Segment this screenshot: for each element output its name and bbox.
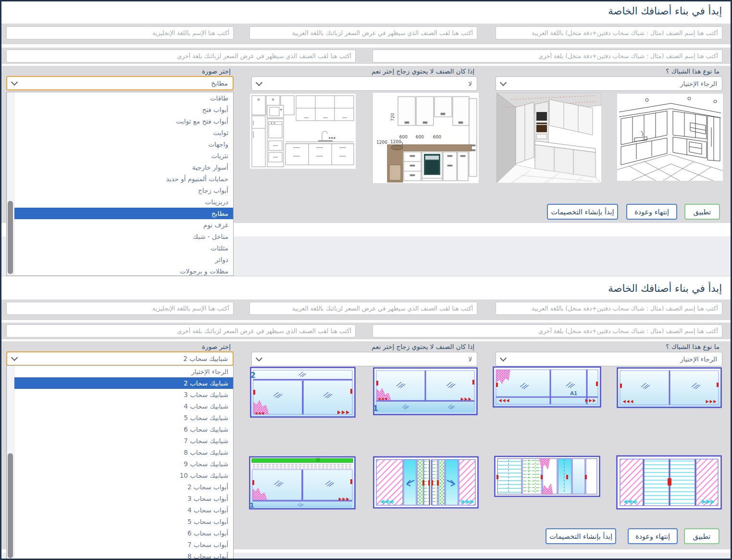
- dropdown-option[interactable]: ثوابت: [7, 127, 233, 138]
- item-name-other-language-input[interactable]: [372, 324, 722, 337]
- dropdown-option[interactable]: أبواب سحاب 4: [7, 504, 233, 516]
- dropdown-option[interactable]: أبواب سحاب 6: [7, 527, 233, 539]
- dropdown-options: الرجاء الإختيار شبابيك سحاب 2 شبابيك سحا…: [7, 366, 233, 560]
- dropdown-option[interactable]: مناخل - شبك: [7, 231, 233, 242]
- kitchen-thumbnail-3[interactable]: [496, 93, 601, 183]
- chevron-down-icon: [11, 354, 18, 361]
- chevron-down-icon: [500, 79, 507, 86]
- dropdown-option-selected[interactable]: شبابيك سحاب 2: [7, 377, 233, 389]
- svg-text:600: 600: [433, 135, 441, 139]
- finish-return-button[interactable]: إنتهاء وعودة: [626, 204, 677, 220]
- choose-image-select[interactable]: مطابخ: [6, 76, 234, 90]
- dropdown-option[interactable]: نثريات: [7, 150, 233, 162]
- dropdown-scrollbar-thumb[interactable]: [8, 201, 13, 274]
- start-customizations-button[interactable]: إبدأ بإنشاء التخصيمات: [547, 204, 618, 220]
- item-nickname-other-language-input[interactable]: [6, 50, 356, 62]
- item-nickname-arabic-input[interactable]: [249, 302, 477, 315]
- dropdown-option[interactable]: شبابيك سحاب 9: [7, 458, 233, 470]
- chevron-down-icon: [256, 355, 262, 361]
- kitchen-thumbnail-4[interactable]: [617, 94, 723, 181]
- window-thumbnail-6[interactable]: [373, 456, 479, 509]
- apply-button[interactable]: تطبيق: [684, 204, 720, 220]
- dropdown-option[interactable]: أبواب فتح: [7, 104, 233, 115]
- dropdown-option[interactable]: حمايات ألمنيوم أو حديد: [7, 173, 233, 185]
- svg-text:1200: 1200: [376, 140, 387, 145]
- dropdown-option[interactable]: مظلات و برجولات: [7, 265, 233, 276]
- svg-text:A2: A2: [250, 371, 256, 380]
- no-glass-label: إذا كان الصنف لا يحتوي زجاج إختر نعم: [372, 343, 474, 350]
- svg-text:600: 600: [399, 135, 408, 139]
- dropdown-option[interactable]: أبواب سحاب 2: [7, 481, 233, 493]
- item-name-english-input[interactable]: [6, 26, 234, 39]
- dropdown-option[interactable]: واجهات: [7, 138, 233, 150]
- window-thumbnail-4[interactable]: [617, 367, 722, 408]
- chevron-down-icon: [11, 79, 18, 86]
- window-type-label: ما نوع هذا الشباك ؟: [666, 67, 720, 75]
- dropdown-option[interactable]: أبواب سحاب 5: [7, 516, 233, 527]
- window-thumbnail-3[interactable]: A1: [493, 366, 601, 408]
- dropdown-option[interactable]: مثلثات: [7, 242, 233, 254]
- chevron-down-icon: [256, 79, 262, 86]
- item-name-arabic-input[interactable]: [496, 302, 722, 315]
- svg-text:A1: A1: [373, 404, 378, 413]
- image-category-dropdown-list: الرجاء الإختيار شبابيك سحاب 2 شبابيك سحا…: [6, 365, 234, 560]
- choose-image-label: إختر صورة: [202, 67, 231, 75]
- svg-text:600: 600: [416, 135, 424, 139]
- dropdown-option[interactable]: طاقات: [7, 92, 233, 104]
- chevron-down-icon: [500, 355, 507, 361]
- window-type-label: ما نوع هذا الشباك ؟: [666, 343, 720, 350]
- window-type-select-value: الرجاء الإختيار: [680, 355, 717, 363]
- svg-text:720: 720: [390, 113, 395, 121]
- window-thumbnail-2[interactable]: A1: [373, 367, 478, 415]
- page-title: إبدأ في بناء أصنافك الخاصة: [608, 5, 722, 17]
- dropdown-option[interactable]: شبابيك سحاب 7: [7, 435, 233, 447]
- custom-items-builder-page: إبدأ في بناء أصنافك الخاصة ما نوع هذا ال…: [0, 0, 732, 560]
- dropdown-option[interactable]: شبابيك سحاب 6: [7, 423, 233, 435]
- item-name-arabic-input[interactable]: [496, 26, 722, 39]
- dropdown-option[interactable]: أبواب زجاج: [7, 185, 233, 196]
- dropdown-option[interactable]: شبابيك سحاب 4: [7, 400, 233, 412]
- page-title: إبدأ في بناء أصنافك الخاصة: [608, 283, 722, 294]
- dropdown-option[interactable]: شبابيك سحاب 3: [7, 389, 233, 400]
- no-glass-label: إذا كان الصنف لا يحتوي زجاج إختر نعم: [372, 67, 474, 75]
- choose-image-select-value: مطابخ: [211, 79, 228, 87]
- kitchen-thumbnail-1[interactable]: [250, 94, 356, 169]
- window-type-select[interactable]: الرجاء الإختيار: [496, 76, 722, 91]
- finish-return-button[interactable]: إنتهاء وعودة: [628, 528, 678, 544]
- no-glass-select-value: لا: [468, 355, 472, 363]
- dropdown-option[interactable]: شبابيك سحاب 8: [7, 447, 233, 458]
- no-glass-select[interactable]: لا: [251, 352, 477, 366]
- dropdown-option[interactable]: دوائر: [7, 254, 233, 265]
- item-nickname-other-language-input[interactable]: [6, 324, 356, 337]
- dropdown-option[interactable]: شبابيك سحاب 10: [7, 470, 233, 481]
- dropdown-option[interactable]: دربزينات: [7, 196, 233, 208]
- apply-button[interactable]: تطبيق: [684, 528, 720, 544]
- kitchen-thumbnail-2[interactable]: 720 600 600 600 1200 1200: [373, 93, 479, 183]
- dropdown-option[interactable]: غرف نوم: [7, 219, 233, 231]
- dropdown-option-selected[interactable]: مطابخ: [7, 208, 233, 219]
- dropdown-option[interactable]: أبواب سحاب 3: [7, 493, 233, 504]
- choose-image-select[interactable]: شبابيك سحاب 2: [6, 351, 234, 366]
- dropdown-option[interactable]: أبواب فتح مع ثوابت: [7, 115, 233, 127]
- dropdown-scrollbar-thumb[interactable]: [8, 453, 13, 558]
- dropdown-option[interactable]: أسوار خارجية: [7, 162, 233, 173]
- window-thumbnail-8[interactable]: [616, 455, 722, 510]
- item-name-english-input[interactable]: [6, 302, 234, 315]
- dropdown-option[interactable]: أبواب سحاب 8: [7, 550, 233, 560]
- screenshot-seam: [1, 276, 731, 276]
- no-glass-select[interactable]: لا: [251, 76, 477, 91]
- window-thumbnail-7[interactable]: [494, 456, 600, 497]
- window-thumbnail-1[interactable]: A2: [250, 367, 356, 418]
- dropdown-option[interactable]: شبابيك سحاب 5: [7, 412, 233, 423]
- dropdown-option[interactable]: الرجاء الإختيار: [7, 366, 233, 377]
- item-nickname-arabic-input[interactable]: [249, 26, 477, 39]
- window-type-select-value: الرجاء الإختيار: [680, 80, 717, 87]
- image-category-dropdown-list: طاقات أبواب فتح أبواب فتح مع ثوابت ثوابت…: [6, 92, 234, 276]
- window-type-select[interactable]: الرجاء الإختيار: [496, 352, 722, 366]
- svg-text:A1: A1: [249, 501, 254, 509]
- window-thumbnail-5[interactable]: A1: [249, 456, 356, 510]
- item-name-other-language-input[interactable]: [372, 50, 722, 62]
- dropdown-option[interactable]: أبواب سحاب 7: [7, 539, 233, 550]
- choose-image-label: إختر صورة: [202, 343, 231, 350]
- start-customizations-button[interactable]: إبدأ بإنشاء التخصيمات: [546, 528, 616, 544]
